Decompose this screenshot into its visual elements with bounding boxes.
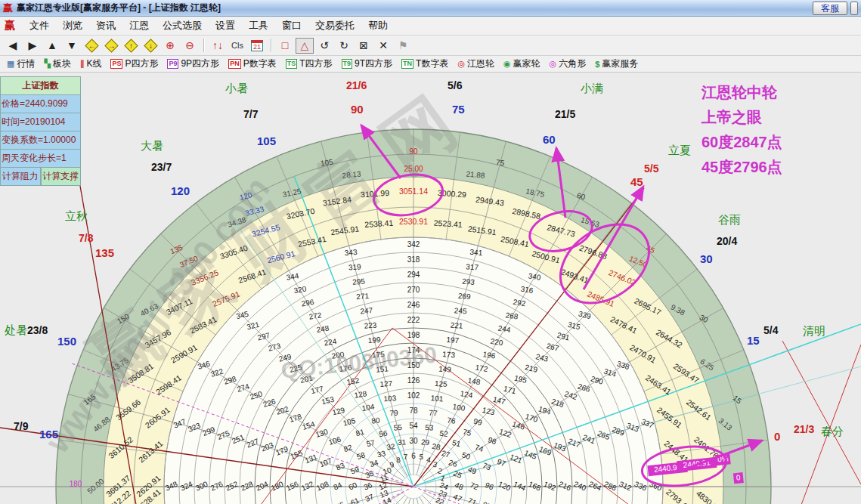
forward-icon[interactable]: ▶ xyxy=(23,38,42,54)
diamond-right-icon[interactable]: → xyxy=(102,38,120,54)
menu-item-窗口[interactable]: 窗口 xyxy=(275,17,308,35)
wheel-label: 199 xyxy=(367,335,381,345)
wheel-term-label: 立秋 xyxy=(65,209,88,224)
view-label: 赢家轮 xyxy=(513,57,540,70)
panel-row: 变换系数=1.00000 xyxy=(0,131,81,150)
menu-item-公式选股[interactable]: 公式选股 xyxy=(156,17,209,35)
boxed-x-icon[interactable]: ⊠ xyxy=(355,38,373,54)
view-button-hexagon[interactable]: ◎六角形 xyxy=(546,57,590,71)
window-title: 赢家江恩专业版[赢家服务平台] - [上证指数 江恩轮] xyxy=(17,2,810,14)
view-button-kline[interactable]: ∥K线 xyxy=(76,57,106,71)
diamond-down-icon[interactable]: ↓ xyxy=(141,38,160,54)
calc-resistance-button[interactable]: 计算阻力 xyxy=(0,168,41,186)
wheel-date-label: 21/6 xyxy=(346,79,367,91)
wheel-label: 76 xyxy=(447,416,457,425)
wheel-label: 174 xyxy=(407,346,420,354)
panel-row: 周天变化步长=1 xyxy=(0,150,81,168)
menu-item-文件[interactable]: 文件 xyxy=(23,17,56,35)
wheel-label: 56 xyxy=(379,428,389,438)
view-label: 江恩轮 xyxy=(467,57,494,70)
wheel-label: 319 xyxy=(348,262,362,271)
view-button-p-number-table[interactable]: PNP数字表 xyxy=(225,57,280,71)
wheel-term-label: 谷雨 xyxy=(718,213,741,227)
wheel-label: 102 xyxy=(407,391,420,400)
menu-item-江恩[interactable]: 江恩 xyxy=(122,17,156,35)
wheel-label: 149 xyxy=(438,364,452,373)
view-button-t-square[interactable]: TST四方形 xyxy=(282,57,336,71)
kefu-button[interactable]: 客服 xyxy=(813,2,847,15)
down-icon[interactable]: ▼ xyxy=(63,38,81,54)
view-label: 9P四方形 xyxy=(181,57,219,70)
wheel-label: 78 xyxy=(409,407,418,415)
cross-icon[interactable]: ✕ xyxy=(374,38,392,54)
menu-items: 文件浏览资讯江恩公式选股设置工具窗口交易委托帮助 xyxy=(23,17,395,35)
wheel-date-label: 5/6 xyxy=(448,79,462,91)
wheel-date-label: 7/9 xyxy=(14,420,28,432)
wheel-deg-label: 45 xyxy=(630,175,643,188)
menu-item-交易委托[interactable]: 交易委托 xyxy=(308,17,361,35)
view-label: 板块 xyxy=(53,57,71,70)
wheel-deg-label: 30 xyxy=(700,252,713,265)
back-icon[interactable]: ◀ xyxy=(4,38,22,54)
diamond-left-icon[interactable]: ← xyxy=(82,38,101,54)
view-button-9p-square[interactable]: P99P四方形 xyxy=(163,57,223,71)
wheel-deg-label: 135 xyxy=(95,246,114,259)
wheel-label: 31 xyxy=(397,438,406,447)
view-button-p-square[interactable]: PSP四方形 xyxy=(107,57,162,71)
p-number-table-icon: PN xyxy=(228,59,241,69)
trend-line xyxy=(782,341,861,484)
wheel-label: 247 xyxy=(360,306,373,315)
9t-square-icon: T9 xyxy=(342,59,353,69)
diamond-up-icon[interactable]: ↑ xyxy=(122,38,140,54)
view-label: K线 xyxy=(86,57,101,70)
menu-item-帮助[interactable]: 帮助 xyxy=(361,17,395,35)
panel-buttons: 计算阻力计算支撑 xyxy=(0,168,81,186)
triangle-tool-icon[interactable]: △ xyxy=(296,38,314,54)
wheel-label: 75 xyxy=(496,158,506,167)
view-button-quotes[interactable]: ▦行情 xyxy=(3,57,39,71)
menu-item-浏览[interactable]: 浏览 xyxy=(56,17,89,35)
view-button-winner-service[interactable]: $赢家服务 xyxy=(591,57,642,71)
flag-icon[interactable]: ⚑ xyxy=(394,38,412,54)
view-button-winner-wheel[interactable]: ◉赢家轮 xyxy=(500,57,544,71)
wheel-label: 52 xyxy=(439,429,449,439)
wheel-term-label: 处暑 xyxy=(5,323,27,338)
wheel-label: 54 xyxy=(409,422,418,430)
wheel-label: 173 xyxy=(442,350,456,359)
view-button-gann-wheel[interactable]: ◎江恩轮 xyxy=(454,57,498,71)
calc-support-button[interactable]: 计算支撑 xyxy=(41,168,82,186)
wheel-label: 341 xyxy=(469,248,483,257)
view-button-9t-square[interactable]: T99T四方形 xyxy=(338,57,397,71)
partial-button[interactable] xyxy=(850,2,858,15)
view-label: T四方形 xyxy=(299,57,332,70)
cls-button[interactable]: Cls xyxy=(228,38,246,54)
rect-tool-icon[interactable]: □ xyxy=(276,38,294,54)
wheel-label: 126 xyxy=(407,376,420,385)
view-button-t-number-table[interactable]: TNT数字表 xyxy=(398,57,452,71)
menu-item-设置[interactable]: 设置 xyxy=(209,17,242,35)
rotate-cw-icon[interactable]: ↻ xyxy=(335,38,353,54)
wheel-label: 28 xyxy=(432,442,441,452)
wheel-label: 175 xyxy=(372,350,386,359)
gann-wheel-icon: ◎ xyxy=(457,59,465,69)
updown-arrows-icon[interactable]: ↑↓ xyxy=(209,38,227,54)
wheel-label: 246 xyxy=(407,301,420,309)
sectors-icon: ▚ xyxy=(44,59,50,69)
wheel-label: 318 xyxy=(407,255,420,264)
view-button-sectors[interactable]: ▚板块 xyxy=(40,57,74,71)
toolbar-separator xyxy=(203,39,204,52)
wheel-deg-label: 60 xyxy=(543,133,556,146)
wheel-label: 151 xyxy=(376,364,389,373)
menu-item-工具[interactable]: 工具 xyxy=(242,17,275,35)
index-info-panel: 上证指数 价格=2440.9099时间=20190104变换系数=1.00000… xyxy=(0,76,81,186)
wheel-label: 29 xyxy=(421,438,430,447)
menu-item-资讯[interactable]: 资讯 xyxy=(89,17,122,35)
calendar-icon[interactable]: 21 xyxy=(248,38,266,54)
wheel-label: 53 xyxy=(425,423,434,432)
wheel-date-label: 7/7 xyxy=(243,108,258,120)
rotate-ccw-icon[interactable]: ↺ xyxy=(315,38,333,54)
zoom-out-icon[interactable]: ⊖ xyxy=(181,38,199,54)
up-icon[interactable]: ▲ xyxy=(43,38,61,54)
wheel-label: 293 xyxy=(462,277,475,286)
zoom-in-icon[interactable]: ⊕ xyxy=(161,38,179,54)
